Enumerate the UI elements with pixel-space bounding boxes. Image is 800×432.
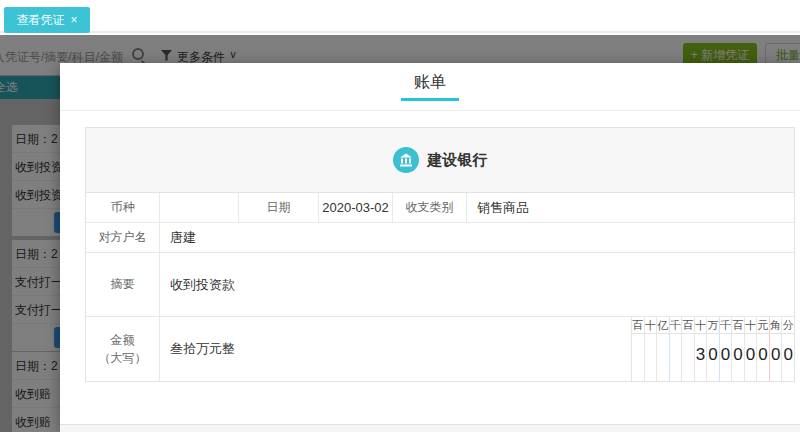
table-row-payer: 对方户名 唐建 bbox=[86, 223, 794, 253]
grid-col-label: 亿 bbox=[656, 317, 669, 333]
payer-label: 对方户名 bbox=[86, 223, 160, 252]
grid-digit bbox=[644, 334, 657, 381]
grid-col-label: 十 bbox=[744, 317, 757, 333]
date-value: 2020-03-02 bbox=[319, 193, 393, 222]
currency-value bbox=[160, 193, 239, 222]
grid-col-label: 十 bbox=[694, 317, 707, 333]
tab-view-voucher[interactable]: 查看凭证 × bbox=[4, 7, 90, 33]
grid-col-label: 元 bbox=[756, 317, 769, 333]
grid-digit bbox=[669, 334, 682, 381]
grid-col-label: 百 bbox=[731, 317, 744, 333]
amount-grid: 百 十 亿 千 百 十 万 千 百 十 元 角 分 bbox=[632, 317, 794, 381]
bank-icon bbox=[393, 147, 419, 173]
grid-digit bbox=[632, 334, 644, 381]
table-row-amount: 金额 （大写） 叁拾万元整 百 十 亿 千 百 十 万 千 百 十 bbox=[86, 317, 794, 381]
grid-digit: 0 bbox=[744, 334, 757, 381]
tab-bar: 查看凭证 × bbox=[0, 0, 800, 33]
grid-col-label: 十 bbox=[644, 317, 657, 333]
grid-col-label: 分 bbox=[781, 317, 794, 333]
grid-digit: 0 bbox=[706, 334, 719, 381]
title-underline bbox=[401, 98, 459, 101]
bill-table: 建设银行 币种 日期 2020-03-02 收支类别 销售商品 对方户名 唐建 … bbox=[85, 127, 795, 382]
tab-close-icon[interactable]: × bbox=[70, 14, 77, 26]
currency-label: 币种 bbox=[86, 193, 160, 222]
amount-label: 金额 （大写） bbox=[86, 317, 160, 381]
tab-label: 查看凭证 bbox=[16, 12, 64, 29]
table-row-summary: 摘要 收到投资款 bbox=[86, 253, 794, 317]
category-value: 销售商品 bbox=[467, 193, 794, 222]
bank-header: 建设银行 bbox=[86, 128, 794, 193]
table-row-currency-date: 币种 日期 2020-03-02 收支类别 销售商品 bbox=[86, 193, 794, 223]
amount-label-line1: 金额 bbox=[111, 331, 135, 349]
screen: 查看凭证 × 入凭证号/摘要/科目/金额 更多条件 ∨ + 新增凭证 批量操作 … bbox=[0, 0, 800, 432]
grid-col-label: 角 bbox=[769, 317, 782, 333]
amount-grid-header: 百 十 亿 千 百 十 万 千 百 十 元 角 分 bbox=[632, 317, 794, 334]
grid-col-label: 千 bbox=[669, 317, 682, 333]
grid-col-label: 万 bbox=[706, 317, 719, 333]
modal-title: 账单 bbox=[60, 63, 800, 93]
grid-digit: 0 bbox=[781, 334, 794, 381]
summary-label: 摘要 bbox=[86, 253, 160, 316]
grid-digit bbox=[656, 334, 669, 381]
payer-value: 唐建 bbox=[160, 223, 794, 252]
summary-value: 收到投资款 bbox=[160, 253, 794, 316]
next-section-strip bbox=[60, 425, 800, 432]
amount-label-line2: （大写） bbox=[99, 349, 147, 367]
date-label: 日期 bbox=[239, 193, 319, 222]
bank-name: 建设银行 bbox=[428, 151, 488, 170]
amount-grid-digits: 3 0 0 0 0 0 0 0 bbox=[632, 334, 794, 381]
grid-digit: 0 bbox=[719, 334, 732, 381]
amount-in-words: 叁拾万元整 bbox=[160, 317, 632, 381]
title-divider bbox=[60, 110, 800, 111]
grid-digit: 0 bbox=[769, 334, 782, 381]
category-label: 收支类别 bbox=[393, 193, 467, 222]
grid-digit: 0 bbox=[756, 334, 769, 381]
grid-digit: 3 bbox=[694, 334, 707, 381]
grid-col-label: 千 bbox=[719, 317, 732, 333]
grid-digit bbox=[681, 334, 694, 381]
grid-col-label: 百 bbox=[681, 317, 694, 333]
grid-col-label: 百 bbox=[632, 317, 644, 333]
bill-modal: 账单 建设银行 币种 日期 2 bbox=[60, 63, 800, 432]
grid-digit: 0 bbox=[731, 334, 744, 381]
